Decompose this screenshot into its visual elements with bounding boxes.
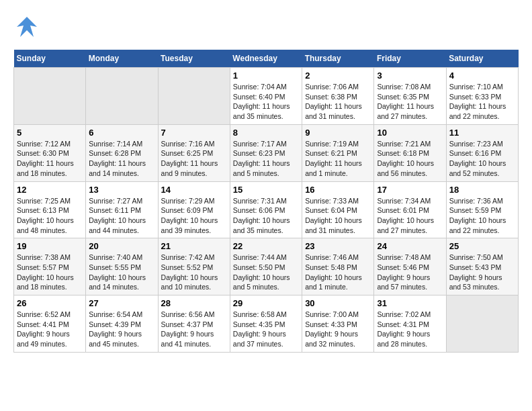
calendar-cell: 2Sunrise: 7:06 AM Sunset: 6:38 PM Daylig…: [302, 68, 374, 125]
weekday-header-monday: Monday: [86, 50, 158, 68]
day-number: 9: [305, 128, 371, 138]
calendar-week-row: 19Sunrise: 7:38 AM Sunset: 5:57 PM Dayli…: [14, 238, 519, 295]
day-info: Sunrise: 7:50 AM Sunset: 5:43 PM Dayligh…: [449, 253, 515, 292]
day-info: Sunrise: 6:54 AM Sunset: 4:39 PM Dayligh…: [89, 310, 154, 349]
day-info: Sunrise: 7:02 AM Sunset: 4:31 PM Dayligh…: [377, 310, 443, 349]
calendar-cell: 26Sunrise: 6:52 AM Sunset: 4:41 PM Dayli…: [14, 295, 86, 353]
weekday-header-friday: Friday: [374, 50, 446, 68]
calendar-week-row: 1Sunrise: 7:04 AM Sunset: 6:40 PM Daylig…: [14, 68, 519, 125]
day-info: Sunrise: 7:27 AM Sunset: 6:11 PM Dayligh…: [89, 196, 154, 236]
day-info: Sunrise: 7:14 AM Sunset: 6:28 PM Dayligh…: [89, 139, 154, 179]
calendar-cell: 16Sunrise: 7:33 AM Sunset: 6:04 PM Dayli…: [302, 181, 374, 238]
day-info: Sunrise: 7:42 AM Sunset: 5:52 PM Dayligh…: [161, 253, 227, 292]
day-number: 15: [233, 185, 299, 195]
weekday-header-saturday: Saturday: [446, 50, 518, 68]
calendar-cell: 6Sunrise: 7:14 AM Sunset: 6:28 PM Daylig…: [86, 124, 158, 181]
day-info: Sunrise: 7:16 AM Sunset: 6:25 PM Dayligh…: [161, 139, 227, 179]
day-number: 19: [17, 241, 83, 251]
day-info: Sunrise: 7:25 AM Sunset: 6:13 PM Dayligh…: [17, 196, 83, 236]
calendar-cell: 25Sunrise: 7:50 AM Sunset: 5:43 PM Dayli…: [446, 238, 518, 295]
day-number: 11: [449, 128, 515, 138]
day-number: 14: [161, 185, 227, 195]
day-number: 2: [305, 71, 371, 81]
day-number: 30: [305, 298, 371, 308]
day-number: 12: [17, 185, 83, 195]
day-number: 8: [233, 128, 299, 138]
calendar-table: SundayMondayTuesdayWednesdayThursdayFrid…: [13, 50, 519, 353]
calendar-cell: 12Sunrise: 7:25 AM Sunset: 6:13 PM Dayli…: [14, 181, 86, 238]
weekday-header-wednesday: Wednesday: [230, 50, 302, 68]
day-number: 28: [161, 298, 227, 308]
day-info: Sunrise: 7:06 AM Sunset: 6:38 PM Dayligh…: [305, 82, 371, 122]
calendar-cell: 22Sunrise: 7:44 AM Sunset: 5:50 PM Dayli…: [230, 238, 302, 295]
calendar-cell: [86, 68, 158, 125]
day-number: 21: [161, 241, 227, 251]
calendar-cell: 13Sunrise: 7:27 AM Sunset: 6:11 PM Dayli…: [86, 181, 158, 238]
day-number: 23: [305, 241, 371, 251]
day-info: Sunrise: 7:44 AM Sunset: 5:50 PM Dayligh…: [233, 253, 299, 292]
day-number: 4: [449, 71, 515, 81]
day-info: Sunrise: 7:00 AM Sunset: 4:33 PM Dayligh…: [305, 310, 371, 349]
day-info: Sunrise: 6:58 AM Sunset: 4:35 PM Dayligh…: [233, 310, 299, 349]
day-info: Sunrise: 7:31 AM Sunset: 6:06 PM Dayligh…: [233, 196, 299, 236]
day-number: 1: [233, 71, 299, 81]
day-number: 5: [17, 128, 83, 138]
logo: [13, 13, 43, 43]
calendar-cell: 29Sunrise: 6:58 AM Sunset: 4:35 PM Dayli…: [230, 295, 302, 353]
day-number: 26: [17, 298, 83, 308]
day-number: 6: [89, 128, 154, 138]
day-info: Sunrise: 7:34 AM Sunset: 6:01 PM Dayligh…: [377, 196, 443, 236]
day-info: Sunrise: 7:04 AM Sunset: 6:40 PM Dayligh…: [233, 82, 299, 122]
day-number: 17: [377, 185, 443, 195]
calendar-cell: 11Sunrise: 7:23 AM Sunset: 6:16 PM Dayli…: [446, 124, 518, 181]
svg-marker-0: [17, 17, 37, 37]
day-number: 18: [449, 185, 515, 195]
calendar-cell: [14, 68, 86, 125]
day-info: Sunrise: 7:29 AM Sunset: 6:09 PM Dayligh…: [161, 196, 227, 236]
calendar-cell: 17Sunrise: 7:34 AM Sunset: 6:01 PM Dayli…: [374, 181, 446, 238]
calendar-cell: 7Sunrise: 7:16 AM Sunset: 6:25 PM Daylig…: [158, 124, 230, 181]
calendar-cell: 14Sunrise: 7:29 AM Sunset: 6:09 PM Dayli…: [158, 181, 230, 238]
day-number: 16: [305, 185, 371, 195]
day-info: Sunrise: 7:46 AM Sunset: 5:48 PM Dayligh…: [305, 253, 371, 292]
day-info: Sunrise: 7:21 AM Sunset: 6:18 PM Dayligh…: [377, 139, 443, 179]
calendar-cell: 31Sunrise: 7:02 AM Sunset: 4:31 PM Dayli…: [374, 295, 446, 353]
day-number: 24: [377, 241, 443, 251]
calendar-cell: 8Sunrise: 7:17 AM Sunset: 6:23 PM Daylig…: [230, 124, 302, 181]
day-number: 3: [377, 71, 443, 81]
day-info: Sunrise: 7:10 AM Sunset: 6:33 PM Dayligh…: [449, 82, 515, 122]
day-info: Sunrise: 7:19 AM Sunset: 6:21 PM Dayligh…: [305, 139, 371, 179]
calendar-cell: 20Sunrise: 7:40 AM Sunset: 5:55 PM Dayli…: [86, 238, 158, 295]
day-info: Sunrise: 7:12 AM Sunset: 6:30 PM Dayligh…: [17, 139, 83, 179]
weekday-header-row: SundayMondayTuesdayWednesdayThursdayFrid…: [14, 50, 519, 68]
day-info: Sunrise: 7:33 AM Sunset: 6:04 PM Dayligh…: [305, 196, 371, 236]
day-number: 22: [233, 241, 299, 251]
weekday-header-thursday: Thursday: [302, 50, 374, 68]
calendar-cell: 10Sunrise: 7:21 AM Sunset: 6:18 PM Dayli…: [374, 124, 446, 181]
calendar-cell: 5Sunrise: 7:12 AM Sunset: 6:30 PM Daylig…: [14, 124, 86, 181]
day-number: 7: [161, 128, 227, 138]
day-number: 27: [89, 298, 154, 308]
day-info: Sunrise: 7:17 AM Sunset: 6:23 PM Dayligh…: [233, 139, 299, 179]
page-header: [13, 13, 519, 43]
day-number: 29: [233, 298, 299, 308]
weekday-header-sunday: Sunday: [14, 50, 86, 68]
calendar-cell: [158, 68, 230, 125]
calendar-cell: 24Sunrise: 7:48 AM Sunset: 5:46 PM Dayli…: [374, 238, 446, 295]
day-number: 25: [449, 241, 515, 251]
day-number: 31: [377, 298, 443, 308]
calendar-cell: 3Sunrise: 7:08 AM Sunset: 6:35 PM Daylig…: [374, 68, 446, 125]
calendar-cell: 1Sunrise: 7:04 AM Sunset: 6:40 PM Daylig…: [230, 68, 302, 125]
calendar-cell: 30Sunrise: 7:00 AM Sunset: 4:33 PM Dayli…: [302, 295, 374, 353]
calendar-week-row: 12Sunrise: 7:25 AM Sunset: 6:13 PM Dayli…: [14, 181, 519, 238]
calendar-week-row: 5Sunrise: 7:12 AM Sunset: 6:30 PM Daylig…: [14, 124, 519, 181]
day-number: 10: [377, 128, 443, 138]
day-info: Sunrise: 7:40 AM Sunset: 5:55 PM Dayligh…: [89, 253, 154, 292]
day-info: Sunrise: 7:48 AM Sunset: 5:46 PM Dayligh…: [377, 253, 443, 292]
calendar-cell: 23Sunrise: 7:46 AM Sunset: 5:48 PM Dayli…: [302, 238, 374, 295]
calendar-cell: 28Sunrise: 6:56 AM Sunset: 4:37 PM Dayli…: [158, 295, 230, 353]
calendar-cell: 21Sunrise: 7:42 AM Sunset: 5:52 PM Dayli…: [158, 238, 230, 295]
day-info: Sunrise: 7:08 AM Sunset: 6:35 PM Dayligh…: [377, 82, 443, 122]
day-number: 13: [89, 185, 154, 195]
calendar-week-row: 26Sunrise: 6:52 AM Sunset: 4:41 PM Dayli…: [14, 295, 519, 353]
